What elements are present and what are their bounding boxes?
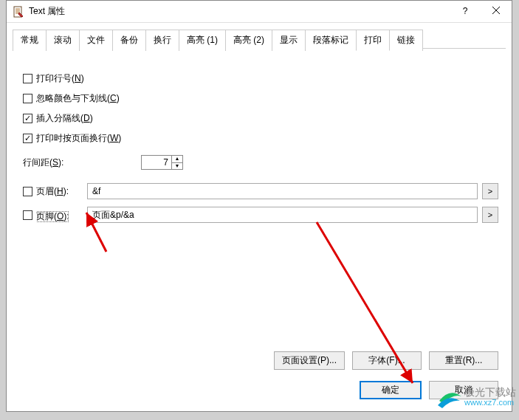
tab-general[interactable]: 常规 (13, 30, 47, 51)
label-header: 页眉(H): (36, 185, 69, 198)
checkbox-insert-separator[interactable] (23, 114, 32, 123)
label-footer: 页脚(O): (36, 210, 69, 223)
line-spacing-stepper[interactable]: ▲ ▼ (141, 155, 183, 170)
header-more-button[interactable]: > (482, 183, 498, 199)
tab-highlight-2[interactable]: 高亮 (2) (225, 30, 272, 51)
tab-display[interactable]: 显示 (272, 30, 306, 51)
footer-input[interactable] (87, 207, 478, 223)
label-line-numbers: 打印行号(N) (36, 72, 84, 85)
close-button[interactable] (481, 1, 512, 22)
spin-down-icon[interactable]: ▼ (172, 163, 182, 170)
reset-button[interactable]: 重置(R)... (429, 351, 498, 370)
label-line-spacing: 行间距(S): (23, 156, 141, 169)
checkbox-header[interactable] (23, 187, 32, 196)
aux-button-bar: 页面设置(P)... 字体(F)... 重置(R)... (274, 351, 498, 370)
app-icon (13, 6, 24, 18)
font-button[interactable]: 字体(F)... (352, 351, 422, 370)
titlebar: Text 属性 ? (7, 1, 512, 23)
label-wrap-page: 打印时按页面换行(W) (36, 132, 121, 145)
tab-paragraph-marks[interactable]: 段落标记 (305, 30, 357, 51)
tab-link[interactable]: 链接 (389, 30, 423, 51)
annotation-arrow-2 (302, 215, 450, 399)
tab-file[interactable]: 文件 (79, 30, 113, 51)
tab-wrap[interactable]: 换行 (145, 30, 179, 51)
tab-print[interactable]: 打印 (356, 30, 390, 51)
window-title: Text 属性 (29, 5, 450, 18)
page-setup-button[interactable]: 页面设置(P)... (274, 351, 345, 370)
label-insert-separator: 插入分隔线(D) (36, 112, 93, 125)
dialog-button-bar: 确定 取消 (360, 381, 498, 399)
label-ignore-colors: 忽略颜色与下划线(C) (36, 92, 120, 105)
tab-strip: 常规 滚动 文件 备份 换行 高亮 (1) 高亮 (2) 显示 段落标记 打印 … (13, 29, 506, 50)
help-button[interactable]: ? (450, 1, 481, 22)
print-tab-content: 打印行号(N) 忽略颜色与下划线(C) 插入分隔线(D) 打印时按页面换行(W) (7, 50, 512, 238)
footer-more-button[interactable]: > (482, 207, 498, 223)
tab-scroll[interactable]: 滚动 (46, 30, 80, 51)
header-input[interactable] (87, 183, 478, 199)
ok-button[interactable]: 确定 (360, 381, 422, 399)
close-icon (492, 6, 500, 16)
spin-up-icon[interactable]: ▲ (172, 156, 182, 163)
checkbox-ignore-colors[interactable] (23, 94, 32, 103)
checkbox-line-numbers[interactable] (23, 74, 32, 83)
tab-highlight-1[interactable]: 高亮 (1) (179, 30, 226, 51)
checkbox-wrap-page[interactable] (23, 134, 32, 143)
tab-backup[interactable]: 备份 (112, 30, 146, 51)
cancel-button[interactable]: 取消 (429, 381, 498, 399)
line-spacing-input[interactable] (142, 156, 171, 169)
checkbox-footer[interactable] (23, 210, 32, 220)
